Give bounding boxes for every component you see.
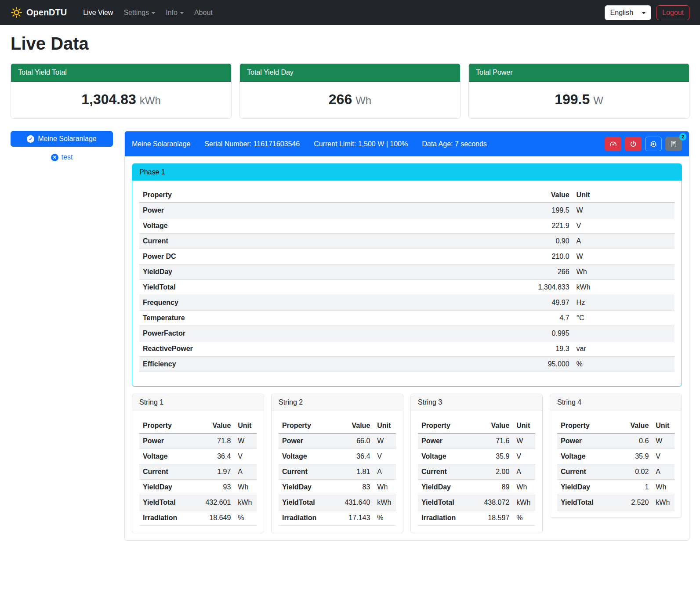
property-cell: Voltage [139, 449, 199, 464]
unit-cell: A [513, 464, 535, 480]
property-cell: Current [139, 464, 199, 480]
table-header-row: Property Value Unit [418, 418, 535, 434]
table-row: Power DC 210.0 W [139, 249, 675, 264]
unit-cell: % [234, 510, 257, 526]
navbar-right: English Logout [605, 5, 689, 20]
summary-card-value: 199.5 [555, 91, 590, 107]
table-row: Voltage 35.9 V [418, 449, 535, 464]
value-cell: 66.0 [338, 434, 374, 449]
test-link-label: test [62, 153, 73, 161]
table-row: Irradiation 17.143 % [279, 510, 396, 526]
table-row: Power 71.8 W [139, 434, 257, 449]
value-cell: 1.97 [199, 464, 234, 480]
table-row: Voltage 36.4 V [279, 449, 396, 464]
table-row: Current 0.90 A [139, 234, 675, 249]
table-row: YieldDay 266 Wh [139, 264, 675, 280]
summary-cards-row: Total Yield Total 1,304.83kWh Total Yiel… [11, 63, 689, 119]
table-row: Current 1.97 A [139, 464, 257, 480]
table-row: YieldDay 1 Wh [557, 480, 675, 495]
limit-settings-button[interactable] [605, 137, 621, 151]
check-circle-icon: ✓ [27, 135, 34, 143]
inverter-sidebar: ✓ Meine Solaranlage ✕ test [11, 131, 113, 161]
value-cell: 18.649 [199, 510, 234, 526]
unit-cell: A [573, 234, 675, 249]
property-cell: PowerFactor [139, 326, 412, 341]
property-cell: Power [557, 434, 617, 449]
summary-card-total-yield-total: Total Yield Total 1,304.83kWh [11, 63, 232, 119]
table-row: YieldDay 89 Wh [418, 480, 535, 495]
summary-card-title: Total Power [469, 64, 689, 82]
value-cell: 19.3 [412, 341, 573, 357]
column-header-unit: Unit [234, 418, 257, 434]
property-cell: Power [279, 434, 338, 449]
column-header-unit: Unit [652, 418, 675, 434]
string-body: Property Value Unit [550, 411, 682, 510]
string-body: Property Value Unit [411, 411, 542, 526]
strings-row: String 1 Property Value Unit [132, 394, 682, 533]
table-row: Irradiation 18.649 % [139, 510, 257, 526]
top-navbar: OpenDTU Live View Settings Info About En… [0, 0, 700, 25]
power-toggle-button[interactable] [625, 137, 642, 151]
nav-live-view-label: Live View [83, 9, 113, 17]
table-header-row: Property Value Unit [279, 418, 396, 434]
string-properties-table: Property Value Unit [418, 418, 535, 526]
nav-item-info[interactable]: Info [162, 5, 188, 20]
table-row: YieldDay 83 Wh [279, 480, 396, 495]
summary-card-total-yield-day: Total Yield Day 266Wh [239, 63, 461, 119]
nav-about-label: About [194, 9, 213, 17]
journal-icon [670, 141, 677, 148]
unit-cell: Wh [234, 480, 257, 495]
column-header-property: Property [557, 418, 617, 434]
unit-cell: Wh [374, 480, 396, 495]
event-log-button[interactable]: 2 [665, 137, 682, 151]
unit-cell: V [234, 449, 257, 464]
device-info-button[interactable] [645, 137, 662, 151]
table-row: Current 0.02 A [557, 464, 675, 480]
inverter-select-button[interactable]: ✓ Meine Solaranlage [11, 131, 113, 147]
string-card-1: String 1 Property Value Unit [132, 394, 264, 533]
column-header-property: Property [279, 418, 338, 434]
property-cell: YieldTotal [279, 495, 338, 510]
value-cell: 93 [199, 480, 234, 495]
string-title: String 1 [132, 394, 264, 411]
phase-card: Phase 1 Property Value Unit [132, 163, 682, 387]
event-count-badge: 2 [679, 133, 686, 141]
nav-item-about[interactable]: About [190, 5, 217, 20]
chevron-down-icon [152, 12, 155, 14]
string-properties-table: Property Value Unit [279, 418, 396, 526]
chevron-down-icon [642, 12, 646, 14]
property-cell: YieldDay [418, 480, 478, 495]
sidebar-item-test[interactable]: ✕ test [11, 153, 113, 161]
language-select[interactable]: English [605, 5, 651, 20]
unit-cell: W [374, 434, 396, 449]
property-cell: YieldTotal [557, 495, 617, 510]
value-cell: 36.4 [199, 449, 234, 464]
unit-cell: V [573, 218, 675, 234]
nav-item-settings[interactable]: Settings [120, 5, 159, 20]
property-cell: Frequency [139, 295, 412, 311]
property-cell: Current [279, 464, 338, 480]
string-card-2: String 2 Property Value Unit [271, 394, 403, 533]
logout-button[interactable]: Logout [656, 5, 689, 20]
brand[interactable]: OpenDTU [11, 7, 67, 18]
property-cell: Power [139, 203, 412, 218]
table-row: Current 2.00 A [418, 464, 535, 480]
value-cell: 210.0 [412, 249, 573, 264]
property-cell: ReactivePower [139, 341, 412, 357]
unit-cell: V [374, 449, 396, 464]
nav-item-live-view[interactable]: Live View [79, 5, 117, 20]
property-cell: YieldDay [557, 480, 617, 495]
unit-cell: W [652, 434, 675, 449]
string-title: String 2 [272, 394, 403, 411]
unit-cell: % [513, 510, 535, 526]
table-row: YieldTotal 1,304.833 kWh [139, 280, 675, 295]
table-header-row: Property Value Unit [139, 418, 257, 434]
summary-card-unit: W [593, 94, 603, 106]
value-cell: 438.072 [478, 495, 513, 510]
table-row: Efficiency 95.000 % [139, 357, 675, 372]
gauge-icon [609, 140, 617, 148]
summary-card-body: 199.5W [469, 82, 689, 118]
inverter-actions: 2 [605, 137, 682, 151]
property-cell: Irradiation [418, 510, 478, 526]
property-cell: Efficiency [139, 357, 412, 372]
